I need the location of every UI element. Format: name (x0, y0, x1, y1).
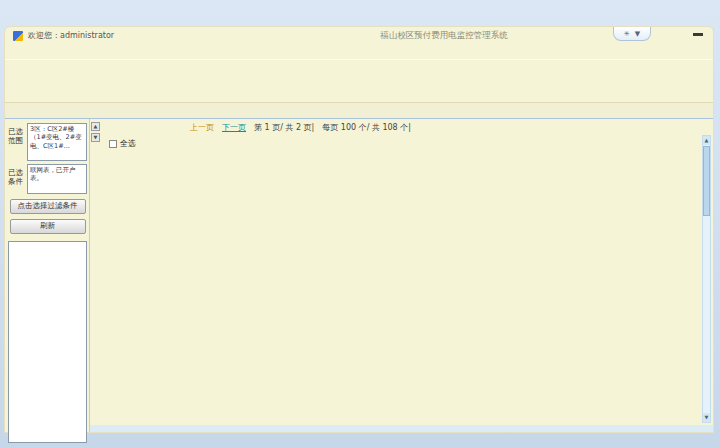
sidebar: 已选范围 3区：C区2#楼（1#变电、2#变电、C区1#... 已选条件 联网表… (5, 119, 89, 432)
page-info: 第 1 页/ 共 2 页| (254, 122, 314, 133)
refresh-button[interactable]: 刷新 (10, 219, 86, 234)
next-page-link[interactable]: 下一页 (222, 122, 246, 133)
style-icon: ✳ (624, 30, 630, 38)
main-panel: ▲ ▼ 上一页 下一页 第 1 页/ 共 2 页| 每页 100 个/ 共 10… (89, 119, 713, 432)
select-all[interactable]: 全选 (109, 138, 136, 149)
main-menu (5, 44, 713, 59)
tab-strip (5, 103, 713, 119)
selected-condition-box[interactable]: 联网表，已开户表。 (27, 164, 87, 194)
welcome-text: 欢迎您：administrator (28, 30, 114, 41)
title-bar: 欢迎您：administrator 福山校区预付费用电监控管理系统 ✳ ▼ (5, 27, 713, 44)
bottom-band (90, 425, 713, 432)
chevron-down-icon: ▼ (635, 30, 640, 38)
splitter-buttons: ▲ ▼ (91, 122, 100, 142)
building-tree (8, 241, 87, 443)
selected-range-label: 已选范围 (8, 123, 25, 161)
select-all-label: 全选 (120, 138, 136, 149)
scroll-up-icon[interactable]: ▲ (703, 136, 710, 145)
skin-switcher[interactable]: ✳ ▼ (613, 27, 651, 41)
ribbon (5, 59, 713, 103)
select-all-checkbox[interactable] (109, 140, 117, 148)
count-info: 每页 100 个/ 共 108 个| (322, 122, 411, 133)
app-window: 欢迎您：administrator 福山校区预付费用电监控管理系统 ✳ ▼ 已选… (4, 26, 714, 433)
content-area: 已选范围 3区：C区2#楼（1#变电、2#变电、C区1#... 已选条件 联网表… (5, 119, 713, 432)
collapse-down-button[interactable]: ▼ (91, 133, 100, 142)
collapse-up-button[interactable]: ▲ (91, 122, 100, 131)
app-title: 福山校区预付费用电监控管理系统 (380, 30, 508, 42)
prev-page-link[interactable]: 上一页 (190, 122, 214, 133)
app-logo-icon (13, 31, 23, 41)
selected-range-box[interactable]: 3区：C区2#楼（1#变电、2#变电、C区1#... (27, 123, 87, 161)
vertical-scrollbar[interactable]: ▲ ▼ (702, 135, 711, 423)
scroll-down-icon[interactable]: ▼ (703, 413, 710, 422)
choose-filter-button[interactable]: 点击选择过滤条件 (10, 199, 86, 214)
scrollbar-thumb[interactable] (703, 146, 710, 216)
toolbar: 全选 (95, 134, 713, 153)
pagination-row: 上一页 下一页 第 1 页/ 共 2 页| 每页 100 个/ 共 108 个| (95, 121, 713, 134)
selected-condition-label: 已选条件 (8, 164, 25, 194)
minimize-button[interactable] (693, 33, 703, 36)
